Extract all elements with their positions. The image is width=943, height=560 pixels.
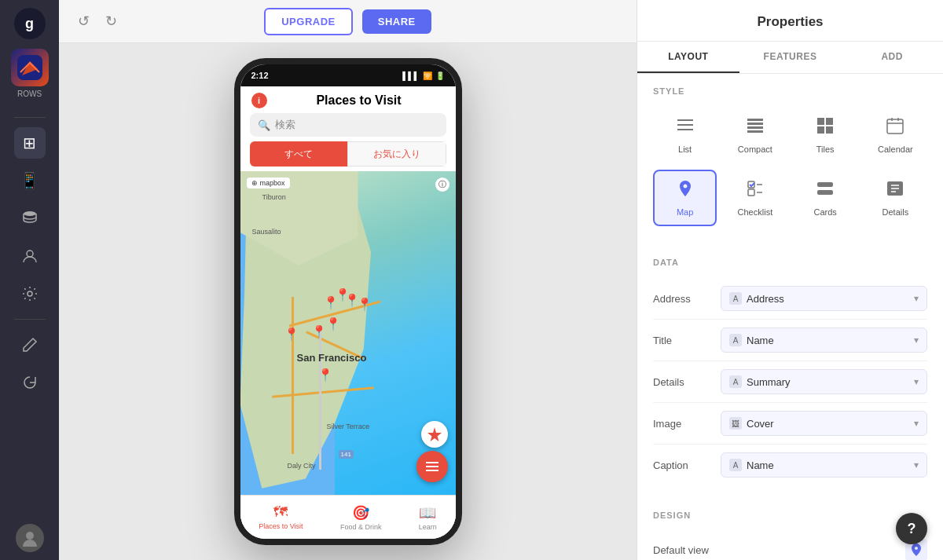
tab-all[interactable]: すべて bbox=[250, 141, 347, 167]
svg-rect-24 bbox=[748, 189, 754, 196]
compact-style-item[interactable]: Compact bbox=[723, 107, 787, 163]
food-nav-icon: 🎯 bbox=[352, 504, 369, 522]
silver-terrace-label: Silver Terrace bbox=[327, 423, 370, 430]
title-type-icon: A bbox=[729, 334, 742, 346]
map-background: ⊕ mapbox ⓘ Tiburon Sausalito San Francis… bbox=[240, 171, 456, 495]
places-nav-item[interactable]: 🗺 Places to Visit bbox=[259, 504, 303, 530]
svg-rect-18 bbox=[826, 126, 833, 134]
compact-style-icon bbox=[746, 116, 765, 140]
tiles-style-label: Tiles bbox=[816, 145, 835, 154]
svg-point-2 bbox=[27, 251, 33, 257]
share-button[interactable]: SHARE bbox=[362, 9, 431, 34]
list-style-icon bbox=[676, 116, 695, 140]
food-nav-item[interactable]: 🎯 Food & Drink bbox=[340, 504, 382, 531]
map-style-icon bbox=[676, 179, 695, 203]
pin-4[interactable]: 📍 bbox=[357, 297, 372, 312]
sidebar-database-icon[interactable] bbox=[14, 203, 46, 234]
sidebar-user-icon[interactable] bbox=[14, 240, 46, 272]
help-button[interactable]: ? bbox=[896, 513, 927, 544]
title-select[interactable]: A Name ▾ bbox=[721, 328, 927, 353]
highway-badge: 141 bbox=[339, 450, 354, 459]
pin-5[interactable]: 📍 bbox=[311, 324, 327, 339]
svg-rect-10 bbox=[677, 129, 693, 130]
status-bar: 2:12 ▌▌▌ 🛜 🔋 bbox=[240, 64, 456, 86]
sausalito-label: Sausalito bbox=[252, 228, 281, 236]
tiles-style-item[interactable]: Tiles bbox=[794, 107, 857, 163]
sidebar-pencil-icon[interactable] bbox=[14, 329, 46, 361]
address-select[interactable]: A Address ▾ bbox=[721, 286, 927, 311]
svg-rect-12 bbox=[747, 123, 763, 125]
caption-type-icon: A bbox=[729, 459, 742, 471]
svg-point-1 bbox=[24, 211, 36, 216]
svg-rect-14 bbox=[747, 130, 763, 133]
mapbox-label: mapbox bbox=[260, 179, 285, 187]
image-select-inner: 🖼 Cover bbox=[729, 417, 774, 430]
address-row: Address A Address ▾ bbox=[653, 278, 927, 320]
sidebar: g ROWS ⊞ 📱 bbox=[0, 0, 59, 560]
image-label: Image bbox=[653, 418, 708, 430]
logo[interactable]: g bbox=[14, 8, 46, 39]
calendar-style-item[interactable]: Calendar bbox=[864, 107, 927, 163]
sidebar-refresh-icon[interactable] bbox=[14, 367, 46, 398]
details-select[interactable]: A Summary ▾ bbox=[721, 369, 927, 394]
search-placeholder: 検索 bbox=[275, 118, 295, 132]
title-select-inner: A Name bbox=[729, 334, 774, 346]
details-select-inner: A Summary bbox=[729, 375, 791, 388]
tab-add[interactable]: ADD bbox=[841, 42, 943, 73]
sf-label: San Francisco bbox=[297, 352, 367, 364]
upgrade-button[interactable]: UPGRADE bbox=[264, 8, 353, 35]
app-title: Places to Visit bbox=[273, 93, 445, 108]
svg-point-4 bbox=[26, 532, 34, 540]
user-avatar[interactable] bbox=[16, 524, 44, 552]
caption-label: Caption bbox=[653, 459, 708, 471]
image-select[interactable]: 🖼 Cover ▾ bbox=[721, 411, 927, 436]
image-value: Cover bbox=[747, 418, 774, 430]
sidebar-mobile-icon[interactable]: 📱 bbox=[14, 165, 46, 196]
app-info-icon: i bbox=[251, 93, 267, 108]
time-display: 2:12 bbox=[251, 71, 269, 80]
details-style-item[interactable]: Details bbox=[864, 170, 927, 226]
list-button[interactable] bbox=[416, 451, 448, 482]
app-icon[interactable] bbox=[11, 49, 49, 86]
tab-features[interactable]: FEATURES bbox=[739, 42, 842, 73]
sidebar-table-icon[interactable]: ⊞ bbox=[14, 127, 46, 159]
cards-style-label: Cards bbox=[813, 207, 836, 217]
list-style-item[interactable]: List bbox=[653, 107, 717, 163]
svg-rect-7 bbox=[426, 470, 438, 471]
redo-button[interactable]: ↻ bbox=[102, 9, 120, 33]
address-label: Address bbox=[653, 293, 708, 305]
image-arrow-icon: ▾ bbox=[914, 418, 919, 429]
compass-icon: ⊕ bbox=[251, 179, 258, 187]
checklist-style-item[interactable]: Checklist bbox=[723, 170, 787, 226]
learn-nav-item[interactable]: 📖 Learn bbox=[419, 504, 437, 531]
checklist-style-icon bbox=[746, 179, 765, 203]
caption-row: Caption A Name ▾ bbox=[653, 445, 927, 485]
tab-favorites[interactable]: お気に入り bbox=[347, 141, 446, 167]
details-arrow-icon: ▾ bbox=[914, 376, 919, 387]
pin-main[interactable]: 📍 bbox=[317, 368, 333, 382]
map-info-btn[interactable]: ⓘ bbox=[435, 178, 449, 192]
map-style-item[interactable]: Map bbox=[653, 170, 717, 226]
location-button[interactable] bbox=[421, 421, 448, 448]
default-view-label: Default view bbox=[653, 544, 893, 556]
panel-tabs: LAYOUT FEATURES ADD bbox=[637, 42, 943, 74]
road-v2 bbox=[319, 328, 321, 470]
sidebar-settings-icon[interactable] bbox=[14, 278, 46, 309]
image-type-icon: 🖼 bbox=[729, 417, 742, 430]
caption-select[interactable]: A Name ▾ bbox=[721, 452, 927, 478]
svg-rect-11 bbox=[747, 119, 763, 121]
search-bar[interactable]: 🔍 検索 bbox=[250, 113, 446, 137]
details-style-icon bbox=[886, 179, 904, 203]
undo-button[interactable]: ↺ bbox=[75, 9, 93, 33]
cards-style-item[interactable]: Cards bbox=[794, 170, 857, 226]
style-section-label: STYLE bbox=[653, 86, 927, 96]
calendar-style-label: Calendar bbox=[878, 145, 913, 154]
tab-layout[interactable]: LAYOUT bbox=[637, 42, 739, 73]
pin-6[interactable]: 📍 bbox=[325, 317, 341, 331]
main-area: ↺ ↻ UPGRADE SHARE 2:12 ▌▌▌ 🛜 🔋 i bbox=[59, 0, 637, 560]
data-section-label: DATA bbox=[653, 258, 927, 267]
address-value: Address bbox=[747, 293, 784, 305]
battery-icon: 🔋 bbox=[435, 71, 445, 80]
pin-7[interactable]: 📍 bbox=[284, 327, 299, 342]
search-icon: 🔍 bbox=[258, 119, 270, 131]
